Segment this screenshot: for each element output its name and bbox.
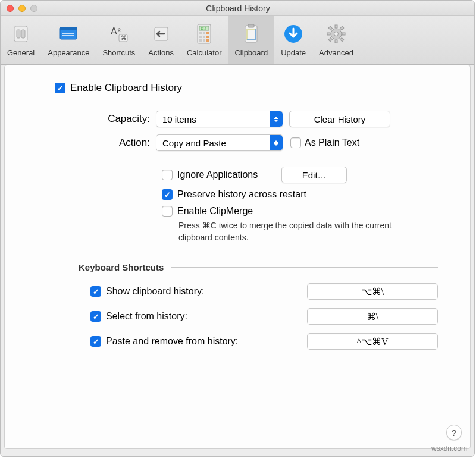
- preferences-window: Clipboard History General Appearance A※⌘…: [0, 0, 475, 457]
- help-button[interactable]: ?: [446, 425, 462, 440]
- action-select[interactable]: Copy and Paste: [156, 134, 283, 151]
- ignore-applications-checkbox[interactable]: [162, 170, 173, 180]
- toolbar: General Appearance A※⌘ Shortcuts Actions…: [1, 16, 474, 65]
- tab-advanced[interactable]: Advanced: [312, 16, 360, 64]
- svg-rect-33: [328, 26, 332, 30]
- as-plain-text-label: As Plain Text: [305, 137, 359, 148]
- edit-ignore-button[interactable]: Edit…: [281, 167, 347, 183]
- svg-rect-18: [199, 36, 202, 38]
- enable-clipmerge-checkbox[interactable]: [162, 206, 173, 217]
- tab-label: Calculator: [187, 48, 222, 57]
- svg-rect-34: [340, 26, 343, 30]
- clear-history-button[interactable]: Clear History: [289, 111, 390, 127]
- keyboard-shortcuts-header: Keyboard Shortcuts: [79, 262, 438, 272]
- tab-label: Advanced: [319, 48, 353, 57]
- paste-remove-history-label: Paste and remove from history:: [106, 336, 238, 347]
- preserve-history-checkbox[interactable]: ✓: [162, 189, 173, 200]
- clipmerge-hint: Press ⌘C twice to merge the copied data …: [178, 220, 405, 243]
- show-clipboard-history-shortcut[interactable]: ⌥⌘\: [307, 283, 438, 300]
- tab-label: Actions: [148, 48, 174, 57]
- checkmark-icon: ✓: [93, 288, 99, 296]
- checkmark-icon: ✓: [164, 191, 171, 199]
- svg-rect-29: [335, 25, 337, 28]
- zoom-window-button[interactable]: [30, 5, 37, 12]
- tab-update[interactable]: Update: [274, 16, 312, 64]
- tab-shortcuts[interactable]: A※⌘ Shortcuts: [96, 16, 142, 64]
- tab-label: Appearance: [48, 48, 89, 57]
- preserve-history-label: Preserve history across restart: [177, 189, 306, 200]
- enable-clipboard-history-label: Enable Clipboard History: [70, 82, 182, 94]
- select-stepper-icon: [270, 135, 283, 150]
- svg-rect-17: [206, 32, 209, 34]
- content-pane: ✓ Enable Clipboard History Capacity: 10 …: [4, 65, 471, 449]
- checkmark-icon: ✓: [93, 313, 99, 321]
- svg-rect-22: [203, 39, 205, 42]
- clipboard-icon: [239, 22, 263, 46]
- svg-point-28: [334, 32, 338, 36]
- shortcuts-icon: A※⌘: [107, 22, 131, 46]
- window-title: Clipboard History: [37, 4, 439, 13]
- titlebar: Clipboard History: [1, 1, 474, 16]
- appearance-icon: [57, 22, 80, 46]
- svg-rect-23: [206, 39, 209, 42]
- gear-icon: [324, 22, 348, 46]
- checkmark-icon: ✓: [93, 338, 99, 346]
- svg-rect-25: [248, 24, 254, 27]
- svg-rect-4: [60, 27, 77, 30]
- show-clipboard-history-checkbox[interactable]: ✓: [90, 286, 101, 297]
- tab-calculator[interactable]: 13.7 Calculator: [180, 16, 228, 64]
- capacity-select[interactable]: 10 items: [156, 111, 283, 127]
- ignore-applications-label: Ignore Applications: [177, 170, 258, 180]
- paste-remove-history-shortcut[interactable]: ^⌥⌘V: [307, 333, 438, 350]
- tab-actions[interactable]: Actions: [142, 16, 180, 64]
- select-from-history-shortcut[interactable]: ⌘\: [307, 308, 438, 325]
- svg-rect-36: [340, 37, 343, 41]
- update-icon: [281, 22, 305, 46]
- svg-rect-21: [199, 39, 202, 42]
- select-stepper-icon: [270, 111, 283, 127]
- tab-label: Clipboard: [234, 48, 268, 57]
- tab-label: Shortcuts: [102, 48, 135, 57]
- svg-rect-30: [335, 40, 337, 43]
- paste-remove-history-checkbox[interactable]: ✓: [90, 336, 101, 347]
- actions-icon: [149, 22, 173, 46]
- enable-clipboard-history-checkbox[interactable]: ✓: [55, 83, 65, 93]
- enable-clipmerge-label: Enable ClipMerge: [177, 206, 253, 217]
- capacity-label: Capacity:: [37, 113, 156, 125]
- svg-text:⌘: ⌘: [121, 34, 127, 41]
- action-value: Copy and Paste: [162, 138, 226, 148]
- action-label: Action:: [37, 137, 156, 149]
- svg-rect-32: [342, 33, 345, 35]
- minimize-window-button[interactable]: [18, 5, 26, 12]
- window-controls: [7, 5, 37, 12]
- watermark: wsxdn.com: [431, 444, 467, 453]
- tab-appearance[interactable]: Appearance: [41, 16, 96, 64]
- svg-rect-0: [14, 26, 27, 42]
- svg-text:13.7: 13.7: [201, 27, 206, 30]
- show-clipboard-history-label: Show clipboard history:: [106, 286, 204, 297]
- divider: [171, 267, 438, 268]
- svg-rect-1: [17, 30, 20, 38]
- checkmark-icon: ✓: [57, 84, 64, 92]
- select-from-history-label: Select from history:: [106, 311, 187, 322]
- general-icon: [9, 22, 33, 46]
- capacity-value: 10 items: [162, 114, 196, 124]
- as-plain-text-checkbox[interactable]: [290, 137, 301, 148]
- svg-rect-15: [199, 32, 202, 34]
- svg-rect-35: [328, 37, 332, 41]
- calculator-icon: 13.7: [192, 22, 216, 46]
- svg-rect-16: [203, 32, 205, 34]
- tab-label: General: [7, 48, 35, 57]
- svg-text:※: ※: [117, 27, 121, 33]
- svg-rect-20: [206, 36, 209, 38]
- svg-rect-19: [203, 36, 205, 38]
- svg-rect-31: [327, 33, 330, 35]
- tab-general[interactable]: General: [1, 16, 41, 64]
- tab-label: Update: [281, 48, 306, 57]
- select-from-history-checkbox[interactable]: ✓: [90, 311, 101, 322]
- close-window-button[interactable]: [7, 5, 14, 12]
- tab-clipboard[interactable]: Clipboard: [228, 16, 274, 64]
- svg-rect-2: [21, 30, 25, 38]
